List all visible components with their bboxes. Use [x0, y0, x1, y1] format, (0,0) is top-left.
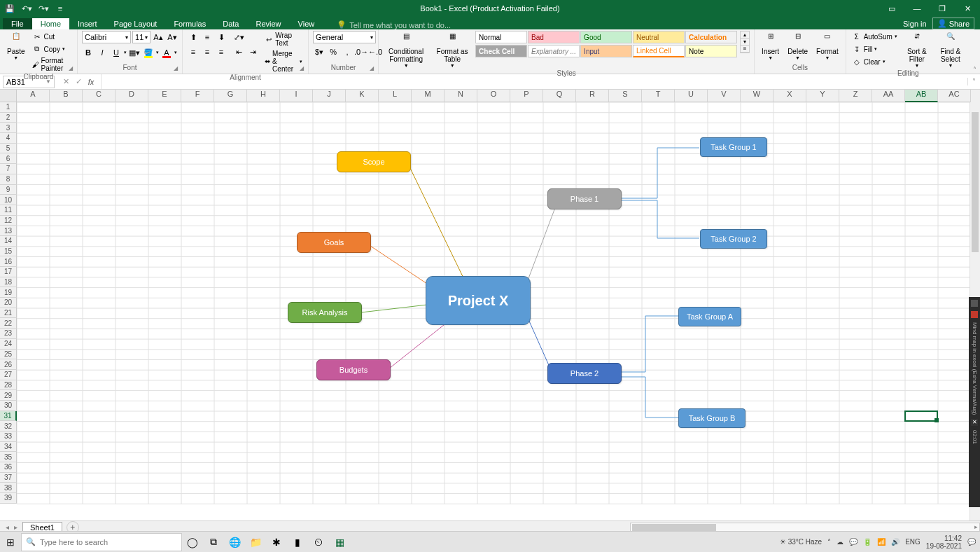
- row-header-33[interactable]: 33: [0, 432, 17, 442]
- copy-button[interactable]: ⧉Copy▾: [31, 43, 73, 55]
- col-header-Q[interactable]: Q: [543, 90, 576, 102]
- decrease-font-icon[interactable]: A▾: [166, 31, 178, 43]
- minimize-icon[interactable]: —: [904, 0, 930, 17]
- row-header-32[interactable]: 32: [0, 421, 17, 432]
- ribbon-display-icon[interactable]: ▭: [879, 0, 904, 17]
- align-middle-icon[interactable]: ≡: [201, 31, 214, 43]
- save-icon[interactable]: 💾: [4, 3, 15, 14]
- enter-formula-icon[interactable]: ✓: [73, 77, 84, 86]
- file-explorer-icon[interactable]: 📁: [245, 532, 266, 553]
- insert-cells-button[interactable]: ⊞Insert▼: [759, 31, 782, 62]
- row-header-2[interactable]: 2: [0, 113, 17, 123]
- align-bottom-icon[interactable]: ⬇: [215, 31, 227, 43]
- row-header-23[interactable]: 23: [0, 329, 17, 339]
- cut-button[interactable]: ✂Cut: [31, 31, 73, 42]
- col-header-L[interactable]: L: [379, 90, 412, 102]
- battery-icon[interactable]: 🔋: [863, 538, 872, 546]
- row-header-35[interactable]: 35: [0, 452, 17, 462]
- row-header-13[interactable]: 13: [0, 226, 17, 236]
- undo-icon[interactable]: ↶▾: [21, 3, 32, 14]
- row-header-38[interactable]: 38: [0, 483, 17, 493]
- font-color-icon[interactable]: A: [160, 46, 173, 59]
- row-header-8[interactable]: 8: [0, 174, 17, 185]
- qat-customize-icon[interactable]: ≡: [55, 3, 66, 14]
- align-right-icon[interactable]: ≡: [215, 46, 227, 58]
- col-header-N[interactable]: N: [444, 90, 477, 102]
- row-header-36[interactable]: 36: [0, 462, 17, 473]
- select-all-corner[interactable]: [0, 90, 17, 102]
- col-header-C[interactable]: C: [83, 90, 115, 102]
- wrap-text-button[interactable]: ↩Wrap Text: [263, 31, 304, 48]
- row-header-12[interactable]: 12: [0, 216, 17, 226]
- tell-me-search[interactable]: 💡 Tell me what you want to do...: [337, 20, 451, 29]
- style-note[interactable]: Note: [685, 45, 737, 57]
- shape-task-group-2[interactable]: Task Group 2: [700, 229, 767, 249]
- tab-review[interactable]: Review: [247, 18, 289, 29]
- merge-center-button[interactable]: ⬌Merge & Center▾: [263, 49, 304, 74]
- style-normal[interactable]: Normal: [475, 31, 527, 43]
- spreadsheet-grid[interactable]: ABCDEFGHIJKLMNOPQRSTUVWXYZAAABAC 1234567…: [0, 90, 980, 520]
- row-header-18[interactable]: 18: [0, 277, 17, 288]
- collapse-ribbon-icon[interactable]: ˄: [970, 29, 980, 74]
- align-center-icon[interactable]: ≡: [201, 46, 214, 58]
- row-header-19[interactable]: 19: [0, 287, 17, 298]
- redo-icon[interactable]: ↷▾: [38, 3, 49, 14]
- col-header-A[interactable]: A: [17, 90, 50, 102]
- clipboard-dialog-icon[interactable]: ◢: [69, 65, 76, 72]
- tab-home[interactable]: Home: [32, 18, 69, 29]
- col-header-AA[interactable]: AA: [872, 90, 905, 102]
- slack-icon[interactable]: ✱: [266, 532, 287, 553]
- row-header-29[interactable]: 29: [0, 390, 17, 401]
- maximize-icon[interactable]: ❐: [930, 0, 955, 17]
- bold-button[interactable]: B: [82, 46, 94, 59]
- tray-chevron-icon[interactable]: ˄: [827, 538, 831, 546]
- close-icon[interactable]: ✕: [955, 0, 980, 17]
- tab-data[interactable]: Data: [214, 18, 247, 29]
- action-center-icon[interactable]: 💬: [967, 538, 976, 546]
- row-header-10[interactable]: 10: [0, 195, 17, 205]
- borders-icon[interactable]: ▦▾: [128, 46, 141, 59]
- task-view-icon[interactable]: ⧉: [203, 532, 224, 553]
- format-cells-button[interactable]: ▭Format▼: [813, 31, 841, 62]
- font-dialog-icon[interactable]: ◢: [174, 65, 181, 72]
- decrease-indent-icon[interactable]: ⇤: [232, 46, 245, 58]
- style-input[interactable]: Input: [580, 45, 632, 57]
- chrome-icon[interactable]: 🌐: [224, 532, 245, 553]
- row-header-26[interactable]: 26: [0, 359, 17, 370]
- row-header-31[interactable]: 31: [0, 411, 17, 422]
- row-header-39[interactable]: 39: [0, 493, 17, 504]
- row-header-37[interactable]: 37: [0, 473, 17, 483]
- style-check-cell[interactable]: Check Cell: [475, 45, 527, 57]
- col-header-R[interactable]: R: [576, 90, 609, 102]
- col-header-D[interactable]: D: [115, 90, 148, 102]
- col-header-E[interactable]: E: [148, 90, 181, 102]
- fill-color-icon[interactable]: 🪣: [142, 46, 155, 59]
- align-top-icon[interactable]: ⬆: [187, 31, 200, 43]
- underline-button[interactable]: U: [110, 46, 122, 59]
- row-header-22[interactable]: 22: [0, 318, 17, 329]
- tab-page-layout[interactable]: Page Layout: [106, 18, 166, 29]
- recording-sidebar[interactable]: Mind map in excel (Esha Verma/Aug) ✕ 02:…: [969, 297, 980, 507]
- alignment-dialog-icon[interactable]: ◢: [300, 65, 307, 72]
- col-header-K[interactable]: K: [346, 90, 379, 102]
- style-explanatory[interactable]: Explanatory ...: [528, 45, 580, 57]
- insert-function-icon[interactable]: fx: [85, 78, 97, 86]
- shape-phase2[interactable]: Phase 2: [547, 363, 622, 384]
- paste-button[interactable]: 📋 Paste▼: [4, 31, 28, 62]
- style-bad[interactable]: Bad: [528, 31, 580, 43]
- autosum-button[interactable]: ΣAutoSum▾: [850, 31, 899, 42]
- row-header-9[interactable]: 9: [0, 185, 17, 195]
- col-header-H[interactable]: H: [247, 90, 280, 102]
- col-header-S[interactable]: S: [609, 90, 642, 102]
- number-dialog-icon[interactable]: ◢: [370, 65, 377, 72]
- fill-button[interactable]: ↧Fill▾: [850, 43, 899, 55]
- sort-filter-button[interactable]: ⇵Sort & Filter▼: [902, 31, 932, 69]
- tab-view[interactable]: View: [290, 18, 323, 29]
- shape-scope[interactable]: Scope: [337, 151, 411, 172]
- row-header-25[interactable]: 25: [0, 350, 17, 360]
- shape-task-group-b[interactable]: Task Group B: [678, 408, 746, 428]
- increase-font-icon[interactable]: A▴: [152, 31, 164, 43]
- sidebar-stop-icon[interactable]: [971, 311, 978, 318]
- sign-in-link[interactable]: Sign in: [903, 20, 927, 28]
- shape-central[interactable]: Project X: [426, 276, 531, 325]
